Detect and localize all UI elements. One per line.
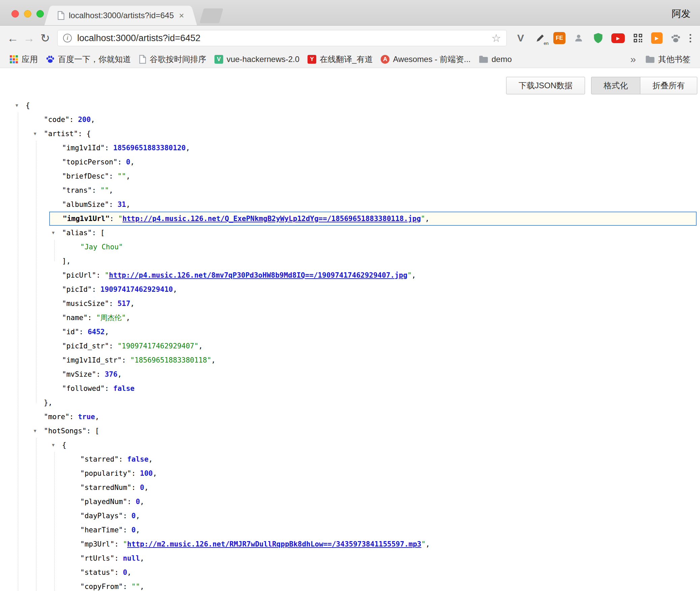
json-punctuation: , (426, 540, 430, 548)
json-punctuation: : (127, 498, 136, 506)
json-key: "hotSongs" (44, 427, 86, 435)
bookmark-label: 百度一下，你就知道 (58, 54, 131, 65)
fehelper-extension-icon[interactable]: FE (553, 32, 565, 44)
bookmark-label: 谷歌按时间排序 (150, 54, 206, 65)
json-punctuation: , (126, 314, 130, 322)
json-number: 0 (123, 568, 127, 577)
adblock-shield-extension-icon[interactable] (592, 32, 605, 44)
collapse-toggle-icon[interactable]: ▼ (16, 98, 18, 113)
player-extension-icon[interactable]: ▶ (651, 32, 663, 44)
bookmark-awesomes[interactable]: A Awesomes - 前端资... (377, 54, 474, 65)
json-line: "playedNum": 0, (0, 495, 700, 509)
browser-tab[interactable]: localhost:3000/artists?id=645 × (51, 6, 190, 25)
back-button[interactable]: ← (5, 30, 21, 46)
baidu-paw-icon (46, 55, 55, 64)
new-tab-button[interactable] (200, 8, 224, 23)
extension-icons: V en FE ▶ ▶ (514, 32, 682, 44)
json-key: "alias" (62, 229, 92, 237)
json-line: "picId": 19097417462929410, (0, 282, 700, 297)
qrcode-extension-icon[interactable] (632, 32, 644, 44)
json-punctuation: : (69, 116, 78, 124)
json-string: "Jay Chou" (80, 243, 123, 251)
json-punctuation: , (140, 498, 144, 506)
close-window-icon[interactable] (11, 10, 19, 18)
tab-close-icon[interactable]: × (179, 11, 184, 20)
json-number: 18569651883380120 (113, 144, 186, 152)
json-key: "copyFrom" (80, 583, 123, 591)
json-punctuation: , (140, 554, 144, 562)
folder-icon (479, 55, 488, 63)
json-punctuation: : (119, 455, 127, 463)
json-key: "code" (44, 116, 69, 124)
bookmark-label: 在线翻译_有道 (320, 54, 373, 65)
json-punctuation: , (126, 172, 130, 180)
bookmark-baidu[interactable]: 百度一下，你就知道 (42, 54, 135, 65)
json-punctuation: : (109, 342, 117, 350)
person-extension-icon[interactable] (572, 32, 585, 44)
json-punctuation: { (86, 130, 91, 138)
format-button[interactable]: 格式化 (591, 77, 640, 94)
url-input[interactable]: localhost:3000/artists?id=6452 (77, 33, 488, 43)
json-key: "mp3Url" (80, 540, 114, 548)
json-line: ▼"hotSongs": [ (0, 424, 700, 438)
bookmark-star-icon[interactable]: ☆ (491, 32, 501, 44)
json-punctuation: , (91, 116, 95, 124)
json-key: "dayPlays" (80, 512, 123, 520)
vimium-extension-icon[interactable]: V (514, 32, 527, 44)
json-url-link[interactable]: http://p4.music.126.net/Q_ExePNkmgB2yWyL… (122, 215, 421, 223)
json-punctuation: : (92, 285, 100, 293)
youtube-extension-icon[interactable]: ▶ (611, 33, 625, 43)
json-punctuation: , (153, 469, 157, 477)
json-line: "picUrl": "http://p4.music.126.net/8mv7q… (0, 268, 700, 282)
bookmarks-overflow-chevron[interactable]: » (625, 54, 641, 65)
json-keyword: false (113, 384, 135, 393)
collapse-toggle-icon[interactable]: ▼ (34, 424, 36, 438)
bookmark-demo-folder[interactable]: demo (475, 55, 516, 64)
download-json-button[interactable]: 下载JSON数据 (506, 77, 585, 94)
reload-button[interactable]: ↻ (37, 30, 53, 46)
json-line: "img1v1Id": 18569651883380120, (0, 141, 700, 155)
profile-name[interactable]: 阿发 (672, 7, 691, 20)
translate-extension-icon[interactable]: en (534, 32, 547, 44)
json-string: " (407, 271, 412, 279)
qrcode-icon (633, 33, 643, 43)
page-info-icon[interactable]: i (63, 34, 72, 42)
json-line: ▼"alias": [ (0, 226, 700, 240)
url-bar[interactable]: i localhost:3000/artists?id=6452 ☆ (57, 30, 507, 46)
minimize-window-icon[interactable] (24, 10, 31, 18)
bookmark-youdao[interactable]: Y 在线翻译_有道 (303, 54, 377, 65)
json-line: "topicPerson": 0, (0, 155, 700, 169)
json-punctuation: , (173, 285, 177, 293)
json-string: " (105, 271, 109, 279)
window-controls (11, 10, 44, 18)
collapse-toggle-icon[interactable]: ▼ (52, 438, 55, 452)
json-line: "popularity": 100, (0, 466, 700, 480)
json-line: ▼{ (0, 98, 700, 113)
json-punctuation: : (79, 328, 88, 336)
json-key: "picId_str" (62, 342, 109, 350)
json-punctuation: ], (62, 257, 70, 265)
json-key: "musicSize" (62, 300, 109, 308)
collapse-all-button[interactable]: 折叠所有 (640, 77, 697, 94)
forward-button[interactable]: → (21, 30, 37, 46)
paw-extension-icon[interactable] (669, 32, 682, 44)
json-key: "topicPerson" (62, 158, 117, 166)
bookmark-vue-hackernews[interactable]: V vue-hackernews-2.0 (210, 55, 303, 64)
json-url-link[interactable]: http://m2.music.126.net/RMJR7wDullRqppBk… (127, 540, 421, 548)
json-url-link[interactable]: http://p4.music.126.net/8mv7qP30Pd3oHW8b… (109, 271, 407, 279)
json-punctuation: : (132, 484, 140, 492)
bookmark-google-sort[interactable]: 谷歌按时间排序 (135, 54, 210, 65)
collapse-toggle-icon[interactable]: ▼ (52, 226, 55, 240)
json-punctuation: , (117, 370, 122, 378)
json-string: "19097417462929407" (117, 342, 198, 350)
collapse-toggle-icon[interactable]: ▼ (34, 127, 36, 141)
bookmark-apps[interactable]: 应用 (5, 54, 42, 65)
menu-icon[interactable] (690, 34, 691, 42)
json-key: "img1v1Id" (62, 144, 105, 152)
json-line: "Jay Chou" (0, 240, 700, 254)
other-bookmarks-folder[interactable]: 其他书签 (641, 54, 695, 65)
json-key: "img1v1Url" (63, 215, 110, 223)
json-punctuation: : (123, 526, 131, 534)
maximize-window-icon[interactable] (36, 10, 44, 18)
json-key: "hearTime" (80, 526, 123, 534)
